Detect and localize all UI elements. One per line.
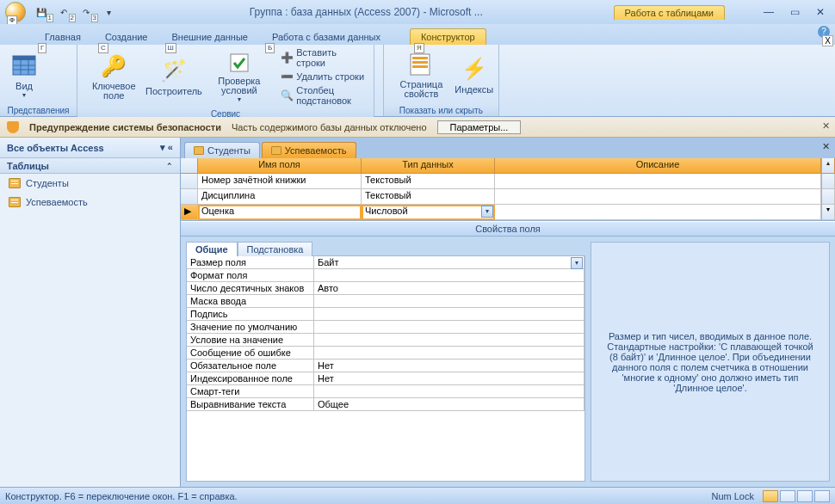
primary-key-button[interactable]: 🔑 Ключевое поле xyxy=(83,48,145,105)
col-header-description[interactable]: Описание xyxy=(495,158,821,174)
prop-label: Условие на значение xyxy=(187,334,314,347)
prop-value[interactable] xyxy=(314,347,584,360)
prop-value[interactable] xyxy=(314,321,584,334)
dropdown-arrow-icon[interactable]: ▾ xyxy=(571,257,583,269)
prop-label: Выравнивание текста xyxy=(187,398,314,411)
prop-value[interactable]: Нет xyxy=(314,360,584,372)
nav-pane-header[interactable]: Все объекты Access▾ « xyxy=(0,138,180,158)
view-design-button[interactable] xyxy=(763,490,778,502)
group-showhide-label: Показать или скрыть xyxy=(384,105,498,116)
data-type-cell[interactable]: Текстовый xyxy=(362,174,495,189)
view-button[interactable]: Вид▾ xyxy=(5,46,43,103)
property-help-text: Размер и тип чисел, вводимых в данное по… xyxy=(591,242,830,482)
window-title: Группа : база данных (Access 2007) - Mic… xyxy=(119,6,614,18)
title-bar: Ф 💾1 ↶2 ↷3 ▾ Группа : база данных (Acces… xyxy=(0,0,835,24)
test-validation-button[interactable]: Проверка условий▾ xyxy=(202,48,275,105)
dropdown-arrow-icon[interactable]: ▾ xyxy=(481,206,493,218)
tab-database-tools[interactable]: Работа с базами данныхБ xyxy=(262,29,391,45)
group-views-label: Представления xyxy=(0,105,77,116)
col-header-data-type[interactable]: Тип данных xyxy=(362,158,495,174)
ribbon-close-hint: X xyxy=(822,35,833,46)
prop-value[interactable]: Байт▾ xyxy=(314,256,584,269)
nav-item-grades[interactable]: Успеваемость xyxy=(0,193,180,212)
lookup-column-button[interactable]: 🔍Столбец подстановок xyxy=(277,84,368,107)
insert-rows-button[interactable]: ➕Вставить строки xyxy=(277,46,368,69)
quick-access-toolbar: 💾1 ↶2 ↷3 ▾ xyxy=(31,3,119,21)
minimize-button[interactable]: ― xyxy=(759,6,778,18)
view-pivottable-button[interactable] xyxy=(797,490,813,502)
data-type-cell[interactable]: Текстовый xyxy=(362,189,495,205)
ribbon: Вид▾ Представления 🔑 Ключевое поле 🪄 Пос… xyxy=(0,45,835,117)
property-sheet-button[interactable]: Страница свойств xyxy=(389,46,454,103)
col-header-field-name[interactable]: Имя поля xyxy=(198,158,362,174)
prop-value[interactable]: Нет xyxy=(314,372,584,385)
field-name-cell[interactable]: Оценка xyxy=(198,205,362,220)
qat-customize-icon[interactable]: ▾ xyxy=(98,3,119,21)
prop-value[interactable] xyxy=(314,295,584,308)
doc-tab-students[interactable]: Студенты xyxy=(184,142,260,158)
security-warning-message: Часть содержимого базы данных отключено xyxy=(232,122,427,132)
prop-value[interactable] xyxy=(314,308,584,321)
numlock-indicator: Num Lock xyxy=(711,491,754,501)
prop-label: Значение по умолчанию xyxy=(187,321,314,334)
qat-redo-icon[interactable]: ↷3 xyxy=(76,3,96,21)
prop-value[interactable] xyxy=(314,385,584,398)
qat-save-icon[interactable]: 💾1 xyxy=(31,3,52,21)
prop-tab-lookup[interactable]: Подстановка xyxy=(238,242,313,256)
prop-label: Формат поля xyxy=(187,269,314,282)
document-tabs: Студенты Успеваемость ✕ xyxy=(181,138,835,158)
security-warning-bar: Предупреждение системы безопасности Част… xyxy=(0,117,835,138)
table-icon xyxy=(271,146,281,155)
tab-create[interactable]: СозданиеС xyxy=(95,29,158,45)
prop-label: Индексированное поле xyxy=(187,372,314,385)
description-cell[interactable] xyxy=(495,189,821,205)
row-selector-active[interactable]: ▶ xyxy=(181,205,198,220)
field-name-cell[interactable]: Дисциплина xyxy=(198,189,362,205)
prop-label: Число десятичных знаков xyxy=(187,282,314,295)
description-cell[interactable] xyxy=(495,174,821,189)
doc-tab-grades[interactable]: Успеваемость xyxy=(262,142,356,158)
tab-design[interactable]: КонструкторЯ xyxy=(410,28,486,45)
prop-label: Сообщение об ошибке xyxy=(187,347,314,360)
collapse-icon: ⌃ xyxy=(166,162,173,170)
field-name-cell[interactable]: Номер зачётной книжки xyxy=(198,174,362,189)
maximize-button[interactable]: ▭ xyxy=(785,6,804,18)
row-selector[interactable] xyxy=(181,174,198,189)
prop-value[interactable]: Авто xyxy=(314,282,584,295)
table-icon xyxy=(194,146,204,155)
tab-home[interactable]: ГлавнаяГ xyxy=(34,29,91,45)
delete-rows-button[interactable]: ➖Удалить строки xyxy=(277,70,368,83)
prop-value[interactable]: Общее xyxy=(314,398,584,411)
ribbon-tabs: ГлавнаяГ СозданиеС Внешние данныеШ Работ… xyxy=(0,24,835,45)
data-type-dropdown[interactable]: Числовой▾ xyxy=(362,205,495,220)
qat-undo-icon[interactable]: ↶2 xyxy=(53,3,74,21)
svg-rect-10 xyxy=(412,65,428,68)
prop-label: Размер поля xyxy=(187,256,314,269)
builder-icon: 🪄 xyxy=(160,57,188,84)
scroll-up-icon[interactable]: ▴ xyxy=(821,158,835,174)
tab-external-data[interactable]: Внешние данныеШ xyxy=(162,29,258,45)
close-button[interactable]: ✕ xyxy=(811,6,830,18)
prop-value[interactable] xyxy=(314,334,584,347)
properties-grid[interactable]: Размер поляБайт▾Формат поляЧисло десятич… xyxy=(186,255,585,482)
field-properties-area: Общие Подстановка Размер поляБайт▾Формат… xyxy=(181,237,835,487)
description-cell[interactable] xyxy=(495,205,821,220)
nav-group-tables[interactable]: Таблицы⌃ xyxy=(0,158,180,174)
field-design-grid[interactable]: Имя поля Тип данных Описание ▴ Номер зач… xyxy=(181,158,835,221)
nav-item-students[interactable]: Студенты xyxy=(0,174,180,193)
row-selector[interactable] xyxy=(181,189,198,205)
prop-tab-general[interactable]: Общие xyxy=(186,242,238,256)
prop-value[interactable] xyxy=(314,269,584,282)
security-close-button[interactable]: ✕ xyxy=(822,120,830,132)
security-options-button[interactable]: Параметры... xyxy=(437,120,522,134)
security-warning-title: Предупреждение системы безопасности xyxy=(29,122,221,132)
view-datasheet-button[interactable] xyxy=(780,490,795,502)
indexes-button[interactable]: ⚡ Индексы xyxy=(455,46,493,103)
shield-icon xyxy=(7,121,19,133)
document-area: Студенты Успеваемость ✕ Имя поля Тип дан… xyxy=(181,138,835,487)
scroll-down-icon[interactable]: ▾ xyxy=(821,205,835,220)
insert-rows-icon: ➕ xyxy=(281,52,293,64)
builder-button[interactable]: 🪄 Построитель xyxy=(147,48,201,105)
doc-close-button[interactable]: ✕ xyxy=(822,141,830,152)
view-pivotchart-button[interactable] xyxy=(814,490,830,502)
